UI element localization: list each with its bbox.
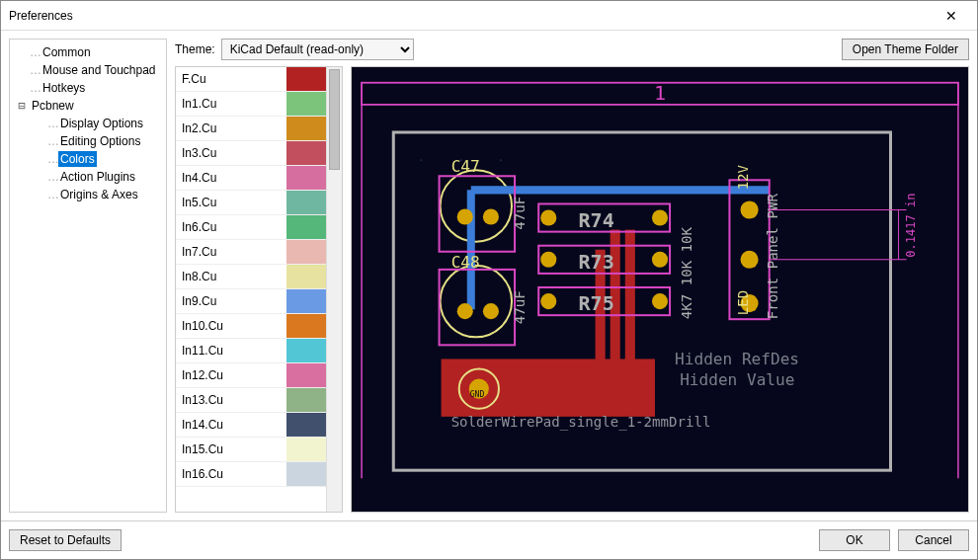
layer-row[interactable]: In2.Cu xyxy=(176,117,326,141)
reset-defaults-button[interactable]: Reset to Defaults xyxy=(9,529,122,551)
layer-color-swatch[interactable] xyxy=(286,339,326,362)
tree-item-label: Pcbnew xyxy=(30,98,76,114)
layers-scrollbar[interactable] xyxy=(326,67,342,512)
tree-item-pcbnew[interactable]: ⊟Pcbnew xyxy=(10,97,166,115)
tree-item-label: Action Plugins xyxy=(58,169,137,185)
tree-item-common[interactable]: …Common xyxy=(10,43,166,61)
svg-text:SolderWirePad_single_1-2mmDril: SolderWirePad_single_1-2mmDrill xyxy=(451,414,711,431)
open-theme-folder-button[interactable]: Open Theme Folder xyxy=(842,39,969,60)
svg-rect-12 xyxy=(625,230,635,364)
layer-name: In14.Cu xyxy=(176,418,286,432)
layer-row[interactable]: In11.Cu xyxy=(176,339,326,363)
layer-color-swatch[interactable] xyxy=(286,166,326,190)
tree-item-origins-axes[interactable]: …Origins & Axes xyxy=(10,186,166,203)
layer-row[interactable]: In3.Cu xyxy=(176,141,326,166)
svg-point-24 xyxy=(540,252,556,268)
tree-item-hotkeys[interactable]: …Hotkeys xyxy=(10,79,166,97)
layer-color-swatch[interactable] xyxy=(286,462,326,486)
tree-item-label: Display Options xyxy=(58,116,145,131)
layer-color-swatch[interactable] xyxy=(286,141,326,165)
layer-name: In6.Cu xyxy=(176,220,286,234)
layer-color-swatch[interactable] xyxy=(286,314,326,338)
close-button[interactable]: ✕ xyxy=(934,4,969,28)
tree-item-label: Colors xyxy=(58,151,97,167)
svg-point-19 xyxy=(483,208,499,224)
layers-list[interactable]: F.CuIn1.CuIn2.CuIn3.CuIn4.CuIn5.CuIn6.Cu… xyxy=(176,67,326,512)
layer-color-swatch[interactable] xyxy=(286,363,326,387)
cancel-button[interactable]: Cancel xyxy=(898,529,969,551)
layer-color-swatch[interactable] xyxy=(286,388,326,412)
layer-color-swatch[interactable] xyxy=(286,289,326,313)
svg-point-27 xyxy=(652,293,668,309)
svg-text:Hidden RefDes: Hidden RefDes xyxy=(675,350,799,368)
svg-point-25 xyxy=(652,252,668,268)
layer-color-swatch[interactable] xyxy=(286,92,326,116)
tree-item-label: Editing Options xyxy=(58,133,142,149)
svg-point-18 xyxy=(457,208,473,224)
svg-text:47uF: 47uF xyxy=(512,197,528,230)
tree-item-colors[interactable]: …Colors xyxy=(10,150,166,168)
layer-name: In1.Cu xyxy=(176,97,286,111)
layer-row[interactable]: In4.Cu xyxy=(176,166,326,191)
layer-color-swatch[interactable] xyxy=(286,191,326,214)
svg-text:4K7 10K 10K: 4K7 10K 10K xyxy=(679,226,694,319)
layer-color-swatch[interactable] xyxy=(286,240,326,264)
svg-point-26 xyxy=(540,293,556,309)
titlebar: Preferences ✕ xyxy=(1,1,977,31)
r75-label: R75 xyxy=(578,291,613,315)
svg-text:LED: LED xyxy=(735,290,751,315)
layer-row[interactable]: In10.Cu xyxy=(176,314,326,339)
layer-row[interactable]: In8.Cu xyxy=(176,265,326,289)
layer-name: F.Cu xyxy=(176,72,286,86)
preferences-dialog: Preferences ✕ …Common…Mouse and Touchpad… xyxy=(0,0,978,560)
footer: Reset to Defaults OK Cancel xyxy=(1,520,977,559)
layer-color-swatch[interactable] xyxy=(286,438,326,461)
tree-item-display-options[interactable]: …Display Options xyxy=(10,115,166,132)
svg-point-23 xyxy=(652,209,668,225)
layer-name: In5.Cu xyxy=(176,196,286,209)
layer-row[interactable]: F.Cu xyxy=(176,67,326,92)
layer-row[interactable]: In1.Cu xyxy=(176,92,326,117)
content-area: F.CuIn1.CuIn2.CuIn3.CuIn4.CuIn5.CuIn6.Cu… xyxy=(175,66,969,513)
svg-point-20 xyxy=(457,303,473,319)
layer-row[interactable]: In12.Cu xyxy=(176,363,326,388)
svg-text:0.1417 in: 0.1417 in xyxy=(904,193,918,257)
layer-row[interactable]: In16.Cu xyxy=(176,462,326,487)
svg-point-28 xyxy=(741,200,759,218)
layer-row[interactable]: In15.Cu xyxy=(176,438,326,462)
layer-name: In11.Cu xyxy=(176,344,286,358)
layer-row[interactable]: In7.Cu xyxy=(176,240,326,265)
layer-color-swatch[interactable] xyxy=(286,413,326,437)
nav-tree[interactable]: …Common…Mouse and Touchpad…Hotkeys⊟Pcbne… xyxy=(9,39,167,513)
svg-text:GND: GND xyxy=(470,390,485,399)
layer-color-swatch[interactable] xyxy=(286,67,326,91)
layer-color-swatch[interactable] xyxy=(286,215,326,239)
ok-button[interactable]: OK xyxy=(819,529,890,551)
layer-color-swatch[interactable] xyxy=(286,265,326,288)
layer-row[interactable]: In14.Cu xyxy=(176,413,326,438)
pcb-svg: 1 xyxy=(352,67,968,512)
theme-select[interactable]: KiCad Default (read-only) xyxy=(221,39,414,60)
tree-item-label: Origins & Axes xyxy=(58,187,140,202)
layer-name: In3.Cu xyxy=(176,146,286,160)
layer-row[interactable]: In6.Cu xyxy=(176,215,326,240)
layer-name: In12.Cu xyxy=(176,368,286,382)
layer-name: In9.Cu xyxy=(176,294,286,308)
layer-color-swatch[interactable] xyxy=(286,117,326,140)
svg-text:Hidden Value: Hidden Value xyxy=(680,370,794,389)
theme-label: Theme: xyxy=(175,42,215,56)
tree-item-action-plugins[interactable]: …Action Plugins xyxy=(10,168,166,186)
svg-point-22 xyxy=(540,209,556,225)
tree-item-editing-options[interactable]: …Editing Options xyxy=(10,132,166,150)
tree-expander-icon[interactable]: ⊟ xyxy=(14,99,30,113)
layer-name: In7.Cu xyxy=(176,245,286,259)
layer-row[interactable]: In13.Cu xyxy=(176,388,326,413)
layer-row[interactable]: In5.Cu xyxy=(176,191,326,215)
layer-name: In4.Cu xyxy=(176,171,286,185)
layer-name: In8.Cu xyxy=(176,270,286,283)
layer-name: In16.Cu xyxy=(176,467,286,481)
layer-row[interactable]: In9.Cu xyxy=(176,289,326,314)
tree-item-label: Mouse and Touchpad xyxy=(41,62,158,78)
svg-rect-0 xyxy=(352,81,968,499)
tree-item-mouse-and-touchpad[interactable]: …Mouse and Touchpad xyxy=(10,61,166,79)
